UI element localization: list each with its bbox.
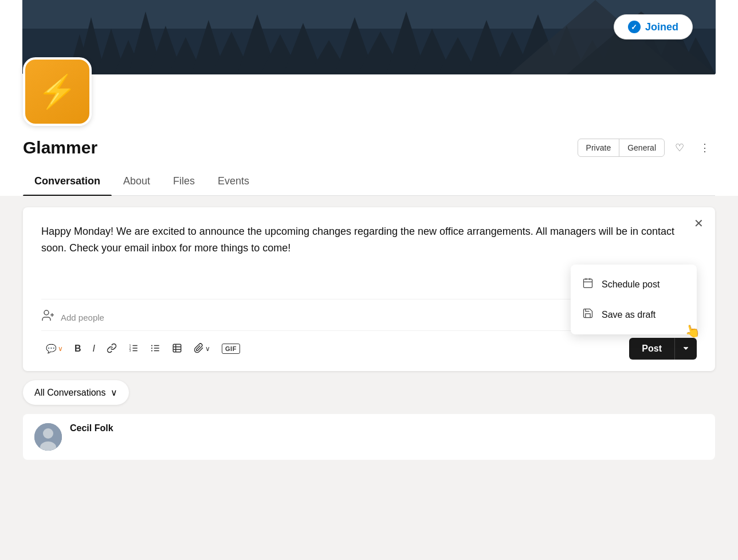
save-draft-label: Save as draft xyxy=(602,310,655,320)
compose-card: ✕ Add people xyxy=(23,207,715,371)
tab-conversation[interactable]: Conversation xyxy=(23,167,112,195)
app-icon: ⚡ xyxy=(23,57,92,126)
like-button[interactable]: ♡ xyxy=(669,137,690,158)
link-button[interactable] xyxy=(102,340,121,358)
message-type-chevron: ∨ xyxy=(58,345,63,353)
group-actions: Private General ♡ ⋮ xyxy=(578,137,715,158)
cursor-hand: 👆 xyxy=(683,322,702,341)
post-button-group: Post xyxy=(629,338,697,360)
svg-rect-50 xyxy=(584,279,592,287)
save-draft-item[interactable]: Save as draft xyxy=(571,299,697,330)
conversation-person-name: Cecil Folk xyxy=(70,423,113,433)
bold-button[interactable]: B xyxy=(70,340,86,357)
tabs-row: Conversation About Files Events xyxy=(23,167,715,196)
svg-point-31 xyxy=(44,310,49,315)
ordered-list-button[interactable]: 1 2 3 xyxy=(124,340,143,358)
compose-toolbar: 💬 ∨ B I xyxy=(41,330,697,360)
gif-icon: GIF xyxy=(222,344,240,354)
gif-button[interactable]: GIF xyxy=(217,340,245,357)
tab-files[interactable]: Files xyxy=(162,167,206,195)
toolbar-left: 💬 ∨ B I xyxy=(41,340,245,358)
unordered-list-icon xyxy=(150,343,160,355)
bolt-icon: ⚡ xyxy=(37,76,77,108)
message-icon: 💬 xyxy=(46,344,57,354)
add-people-icon xyxy=(41,309,55,326)
svg-point-58 xyxy=(43,428,53,439)
conversation-preview: Cecil Folk xyxy=(23,414,715,460)
save-draft-icon xyxy=(582,307,594,322)
avatar xyxy=(34,423,62,451)
content-area: ✕ Add people xyxy=(0,196,738,539)
heart-icon: ♡ xyxy=(675,141,684,154)
joined-label: Joined xyxy=(645,21,678,33)
tab-about[interactable]: About xyxy=(112,167,162,195)
attachment-chevron: ∨ xyxy=(205,345,210,353)
header-section: ⚡ Glammer Private General ♡ ⋮ xyxy=(0,74,738,196)
link-icon xyxy=(107,343,117,355)
schedule-post-label: Schedule post xyxy=(602,279,660,290)
svg-point-45 xyxy=(151,350,152,351)
compose-close-button[interactable]: ✕ xyxy=(694,216,704,230)
ordered-list-icon: 1 2 3 xyxy=(128,343,139,355)
joined-checkmark: ✓ xyxy=(628,21,641,33)
all-conversations-button[interactable]: All Conversations ∨ xyxy=(23,380,129,405)
post-button[interactable]: Post xyxy=(629,338,674,360)
attachment-icon xyxy=(194,343,204,355)
schedule-icon xyxy=(582,277,594,291)
close-icon: ✕ xyxy=(694,217,704,230)
post-dropdown-menu: Schedule post 👆 Save as xyxy=(571,265,697,334)
italic-label: I xyxy=(93,344,95,354)
svg-point-44 xyxy=(151,347,152,348)
unordered-list-button[interactable] xyxy=(146,340,165,358)
svg-rect-46 xyxy=(173,344,181,352)
italic-button[interactable]: I xyxy=(88,340,100,357)
schedule-post-item[interactable]: Schedule post 👆 xyxy=(571,269,697,299)
format-icon xyxy=(172,343,182,355)
channel-label: General xyxy=(619,140,664,156)
attachment-button[interactable]: ∨ xyxy=(189,340,215,358)
format-button[interactable] xyxy=(167,340,187,358)
tab-events[interactable]: Events xyxy=(206,167,261,195)
all-conversations-chevron: ∨ xyxy=(111,387,117,398)
post-dropdown-toggle[interactable] xyxy=(674,338,697,360)
group-name: Glammer xyxy=(23,138,97,157)
svg-point-43 xyxy=(151,345,152,346)
all-conversations-label: All Conversations xyxy=(34,388,106,398)
ellipsis-icon: ⋮ xyxy=(700,141,710,154)
bold-label: B xyxy=(74,344,81,354)
privacy-label: Private xyxy=(578,140,619,156)
add-people-label: Add people xyxy=(61,313,104,322)
privacy-badge: Private General xyxy=(578,139,665,157)
more-options-button[interactable]: ⋮ xyxy=(694,137,715,158)
message-type-button[interactable]: 💬 ∨ xyxy=(41,340,68,357)
joined-button[interactable]: ✓ Joined xyxy=(614,14,693,40)
cover-photo: ✓ Joined xyxy=(22,0,716,74)
svg-text:3: 3 xyxy=(129,349,131,352)
page-wrapper: ✓ Joined ⚡ Glammer Private General ♡ ⋮ xyxy=(0,0,738,539)
group-name-row: Glammer Private General ♡ ⋮ xyxy=(23,137,715,167)
